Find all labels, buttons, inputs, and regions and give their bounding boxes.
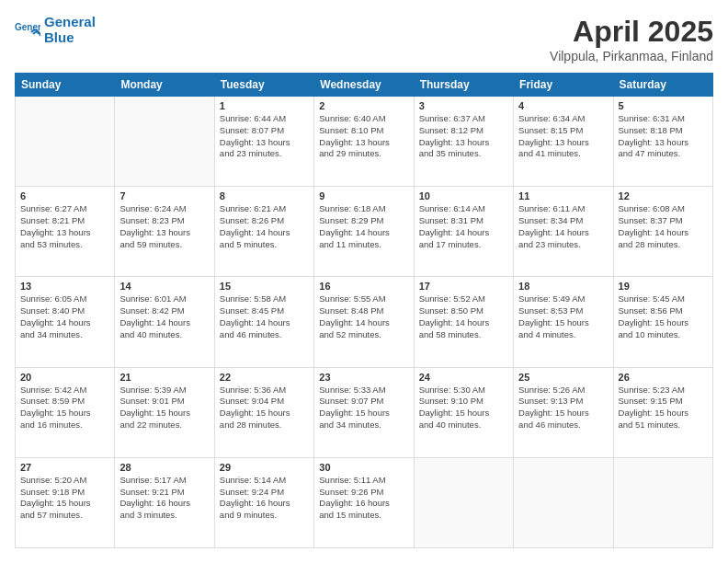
day-detail: Sunrise: 6:08 AMSunset: 8:37 PMDaylight:… — [619, 203, 708, 250]
col-thursday: Thursday — [414, 74, 513, 97]
day-number: 28 — [119, 462, 209, 473]
calendar-cell-w5-d6 — [514, 457, 613, 547]
col-wednesday: Wednesday — [314, 74, 414, 97]
day-detail: Sunrise: 5:33 AMSunset: 9:07 PMDaylight:… — [319, 385, 408, 431]
calendar-cell-w3-d3: 15Sunrise: 5:58 AMSunset: 8:45 PMDayligh… — [214, 277, 313, 367]
calendar-cell-w4-d7: 26Sunrise: 5:23 AMSunset: 9:15 PMDayligh… — [613, 367, 712, 457]
calendar-cell-w4-d3: 22Sunrise: 5:36 AMSunset: 9:04 PMDayligh… — [214, 367, 313, 457]
col-saturday: Saturday — [613, 74, 712, 97]
col-tuesday: Tuesday — [214, 74, 313, 97]
day-number: 23 — [319, 372, 408, 383]
calendar-cell-w4-d5: 24Sunrise: 5:30 AMSunset: 9:10 PMDayligh… — [414, 367, 513, 457]
day-number: 18 — [518, 281, 608, 292]
calendar-cell-w1-d3: 1Sunrise: 6:44 AMSunset: 8:07 PMDaylight… — [214, 97, 313, 187]
calendar-cell-w3-d2: 14Sunrise: 6:01 AMSunset: 8:42 PMDayligh… — [115, 277, 214, 367]
day-number: 12 — [619, 190, 708, 201]
week-row-1: 1Sunrise: 6:44 AMSunset: 8:07 PMDaylight… — [16, 97, 713, 187]
day-detail: Sunrise: 6:14 AMSunset: 8:31 PMDaylight:… — [419, 203, 508, 250]
day-number: 22 — [220, 372, 309, 383]
logo-content: General General Blue — [15, 15, 96, 45]
col-friday: Friday — [514, 74, 613, 97]
day-number: 13 — [20, 281, 109, 292]
calendar-cell-w5-d4: 30Sunrise: 5:11 AMSunset: 9:26 PMDayligh… — [314, 457, 414, 547]
calendar-cell-w5-d1: 27Sunrise: 5:20 AMSunset: 9:18 PMDayligh… — [16, 457, 115, 547]
calendar-cell-w1-d1 — [16, 97, 115, 187]
calendar-cell-w2-d3: 8Sunrise: 6:21 AMSunset: 8:26 PMDaylight… — [214, 187, 313, 277]
day-number: 27 — [20, 462, 109, 473]
day-number: 16 — [319, 281, 408, 292]
day-number: 26 — [619, 372, 708, 383]
day-detail: Sunrise: 6:01 AMSunset: 8:42 PMDaylight:… — [119, 293, 209, 340]
day-detail: Sunrise: 6:05 AMSunset: 8:40 PMDaylight:… — [20, 293, 109, 340]
day-number: 14 — [119, 281, 209, 292]
calendar-cell-w3-d4: 16Sunrise: 5:55 AMSunset: 8:48 PMDayligh… — [314, 277, 414, 367]
day-detail: Sunrise: 6:40 AMSunset: 8:10 PMDaylight:… — [319, 113, 408, 160]
day-detail: Sunrise: 5:26 AMSunset: 9:13 PMDaylight:… — [518, 385, 608, 431]
logo-line1: General — [44, 15, 96, 30]
day-detail: Sunrise: 6:44 AMSunset: 8:07 PMDaylight:… — [220, 113, 309, 160]
day-detail: Sunrise: 5:52 AMSunset: 8:50 PMDaylight:… — [419, 293, 508, 340]
day-number: 7 — [119, 190, 209, 201]
day-number: 1 — [220, 100, 309, 111]
day-detail: Sunrise: 5:55 AMSunset: 8:48 PMDaylight:… — [319, 293, 408, 340]
day-detail: Sunrise: 6:37 AMSunset: 8:12 PMDaylight:… — [419, 113, 508, 160]
day-detail: Sunrise: 5:58 AMSunset: 8:45 PMDaylight:… — [220, 293, 309, 340]
calendar-cell-w4-d4: 23Sunrise: 5:33 AMSunset: 9:07 PMDayligh… — [314, 367, 414, 457]
day-number: 6 — [20, 190, 109, 201]
logo: General General Blue — [15, 15, 96, 45]
day-number: 25 — [518, 372, 608, 383]
day-number: 15 — [220, 281, 309, 292]
day-detail: Sunrise: 5:49 AMSunset: 8:53 PMDaylight:… — [518, 293, 608, 340]
calendar-cell-w5-d2: 28Sunrise: 5:17 AMSunset: 9:21 PMDayligh… — [115, 457, 214, 547]
calendar-cell-w1-d2 — [115, 97, 214, 187]
day-number: 10 — [419, 190, 508, 201]
day-number: 20 — [20, 372, 109, 383]
calendar-cell-w2-d2: 7Sunrise: 6:24 AMSunset: 8:23 PMDaylight… — [115, 187, 214, 277]
day-detail: Sunrise: 6:31 AMSunset: 8:18 PMDaylight:… — [619, 113, 708, 160]
day-number: 5 — [619, 100, 708, 111]
calendar-cell-w1-d4: 2Sunrise: 6:40 AMSunset: 8:10 PMDaylight… — [314, 97, 414, 187]
calendar-table: Sunday Monday Tuesday Wednesday Thursday… — [15, 73, 713, 548]
day-detail: Sunrise: 5:30 AMSunset: 9:10 PMDaylight:… — [419, 385, 508, 431]
header: General General Blue April 2025 Vilppula… — [15, 15, 713, 63]
week-row-2: 6Sunrise: 6:27 AMSunset: 8:21 PMDaylight… — [16, 187, 713, 277]
day-detail: Sunrise: 5:23 AMSunset: 9:15 PMDaylight:… — [619, 385, 708, 431]
day-number: 30 — [319, 462, 408, 473]
calendar-cell-w3-d6: 18Sunrise: 5:49 AMSunset: 8:53 PMDayligh… — [514, 277, 613, 367]
day-detail: Sunrise: 5:17 AMSunset: 9:21 PMDaylight:… — [119, 475, 209, 522]
logo-text: General Blue — [44, 15, 96, 45]
day-number: 3 — [419, 100, 508, 111]
day-detail: Sunrise: 5:14 AMSunset: 9:24 PMDaylight:… — [220, 475, 309, 522]
main-title: April 2025 — [550, 15, 713, 49]
calendar-header-row: Sunday Monday Tuesday Wednesday Thursday… — [16, 74, 713, 97]
col-monday: Monday — [115, 74, 214, 97]
calendar-cell-w1-d5: 3Sunrise: 6:37 AMSunset: 8:12 PMDaylight… — [414, 97, 513, 187]
title-section: April 2025 Vilppula, Pirkanmaa, Finland — [550, 15, 713, 63]
week-row-4: 20Sunrise: 5:42 AMSunset: 8:59 PMDayligh… — [16, 367, 713, 457]
day-number: 17 — [419, 281, 508, 292]
day-detail: Sunrise: 6:18 AMSunset: 8:29 PMDaylight:… — [319, 203, 408, 250]
day-detail: Sunrise: 6:21 AMSunset: 8:26 PMDaylight:… — [220, 203, 309, 250]
page: General General Blue April 2025 Vilppula… — [0, 0, 728, 563]
calendar-cell-w1-d6: 4Sunrise: 6:34 AMSunset: 8:15 PMDaylight… — [514, 97, 613, 187]
location-subtitle: Vilppula, Pirkanmaa, Finland — [550, 49, 713, 63]
day-detail: Sunrise: 6:11 AMSunset: 8:34 PMDaylight:… — [518, 203, 608, 250]
week-row-5: 27Sunrise: 5:20 AMSunset: 9:18 PMDayligh… — [16, 457, 713, 547]
calendar-cell-w3-d1: 13Sunrise: 6:05 AMSunset: 8:40 PMDayligh… — [16, 277, 115, 367]
calendar-cell-w2-d1: 6Sunrise: 6:27 AMSunset: 8:21 PMDaylight… — [16, 187, 115, 277]
calendar-cell-w1-d7: 5Sunrise: 6:31 AMSunset: 8:18 PMDaylight… — [613, 97, 712, 187]
calendar-cell-w2-d5: 10Sunrise: 6:14 AMSunset: 8:31 PMDayligh… — [414, 187, 513, 277]
day-number: 24 — [419, 372, 508, 383]
day-detail: Sunrise: 5:36 AMSunset: 9:04 PMDaylight:… — [220, 385, 309, 431]
week-row-3: 13Sunrise: 6:05 AMSunset: 8:40 PMDayligh… — [16, 277, 713, 367]
day-number: 4 — [518, 100, 608, 111]
calendar-cell-w3-d7: 19Sunrise: 5:45 AMSunset: 8:56 PMDayligh… — [613, 277, 712, 367]
day-number: 21 — [119, 372, 209, 383]
day-number: 19 — [619, 281, 708, 292]
calendar-cell-w2-d7: 12Sunrise: 6:08 AMSunset: 8:37 PMDayligh… — [613, 187, 712, 277]
calendar-cell-w2-d4: 9Sunrise: 6:18 AMSunset: 8:29 PMDaylight… — [314, 187, 414, 277]
day-detail: Sunrise: 5:45 AMSunset: 8:56 PMDaylight:… — [619, 293, 708, 340]
day-detail: Sunrise: 6:27 AMSunset: 8:21 PMDaylight:… — [20, 203, 109, 250]
day-number: 8 — [220, 190, 309, 201]
day-number: 9 — [319, 190, 408, 201]
